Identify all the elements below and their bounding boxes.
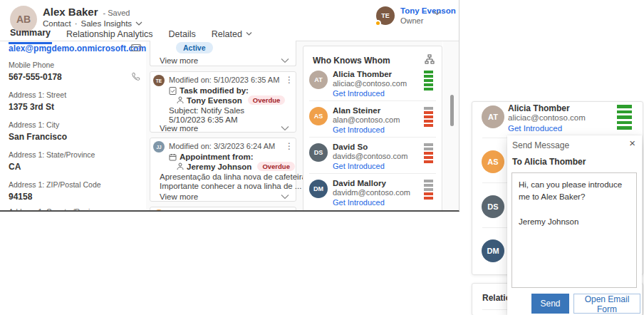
avatar: DM [482, 239, 504, 262]
chevron-down-icon [246, 31, 252, 36]
get-introduced-link[interactable]: Get Introduced [508, 124, 562, 133]
timeline-type-label: Task modified by: [180, 86, 249, 95]
close-icon[interactable]: × [629, 137, 635, 149]
more-commands-icon[interactable]: ⋮ [285, 141, 294, 151]
widget-title: Who Knows Whom [313, 56, 390, 66]
get-introduced-link[interactable]: Get Introduced [333, 125, 385, 134]
person-email: alan@contoso.com [333, 115, 400, 124]
contact-name: Alex Baker [43, 6, 98, 18]
person-name: Alan Steiner [333, 106, 380, 115]
more-commands-icon[interactable]: ⋮ [285, 75, 294, 85]
timeline-type-row: Task modified by: [169, 86, 249, 95]
contact-form-window: AB Alex Baker- Saved Contact · Sales Ins… [0, 0, 459, 212]
open-email-form-button[interactable]: Open Email Form [573, 294, 640, 314]
overdue-badge: Overdue [248, 95, 286, 105]
get-introduced-link[interactable]: Get Introduced [333, 162, 385, 170]
avatar: JJ [153, 141, 165, 153]
avatar: DS [482, 195, 504, 218]
phone-icon[interactable] [131, 72, 141, 82]
email-field-value[interactable]: alex@pmgdemo.onmicrosoft.com [9, 43, 146, 53]
timeline-card: JJ Modified on: 3/3/2023 6:24 AM ⋮ Appoi… [150, 138, 296, 202]
tab-summary[interactable]: Summary [9, 26, 52, 44]
avatar: AS [482, 150, 504, 173]
message-textarea[interactable]: Hi, can you please introduce me to Alex … [511, 172, 637, 288]
avatar: AT [309, 71, 328, 89]
timeline-subject: Subject: Notify Sales [169, 106, 244, 115]
relationship-strength-bars [424, 107, 433, 127]
timeline-date: 5/10/2023 6:35 AM [169, 115, 238, 124]
org-chart-icon[interactable] [425, 54, 435, 64]
person-name: David Mallory [333, 179, 386, 187]
timeline-card [150, 207, 296, 212]
tab-summary-label: Summary [10, 28, 51, 38]
view-more-button[interactable]: View more [160, 192, 198, 201]
person-name: David So [333, 143, 368, 151]
get-introduced-link[interactable]: Get Introduced [333, 89, 385, 98]
avatar: AS [309, 107, 328, 125]
timeline-person-name: Tony Evenson [187, 96, 242, 105]
send-email-icon[interactable] [131, 43, 141, 52]
timeline-modified-on: Modified on: 5/10/2023 6:35 AM [169, 76, 279, 84]
person-email: aliciac@contoso.com [508, 113, 586, 122]
city-value[interactable]: San Francisco [9, 132, 67, 142]
timeline-person-row: Jeremy Johnson Overdue [177, 162, 295, 171]
state-value[interactable]: CA [9, 162, 21, 172]
dialog-recipient-label: To Alicia Thomber [512, 157, 586, 167]
view-more-button[interactable]: View more [160, 124, 198, 133]
person-name: Alicia Thomber [508, 103, 570, 113]
status-badge: Active [176, 42, 213, 53]
appointment-icon [169, 153, 177, 161]
person-email: davidm@contoso.com [333, 188, 410, 197]
tab-details-label: Details [169, 29, 196, 39]
person-icon [177, 162, 184, 170]
mobile-phone-value[interactable]: 567-555-0178 [9, 72, 62, 82]
list-item: DM David Mallory davidm@contoso.com Get … [303, 178, 442, 212]
avatar: DM [309, 180, 328, 198]
avatar: TE [153, 75, 165, 86]
tab-relationship-analytics-label: Relationship Analytics [66, 29, 153, 39]
timeline-body-line: Apresentação da linha nova de cafeteira.… [160, 172, 313, 181]
avatar [153, 210, 165, 212]
person-name: Alicia Thomber [333, 70, 392, 78]
timeline-body-line: Importante conhecer a nova linha de ... [160, 182, 301, 190]
chevron-down-icon[interactable] [281, 194, 289, 200]
overdue-badge: Overdue [257, 162, 295, 171]
field-label: Address 1: ZIP/Postal Code [9, 180, 101, 189]
page-title: Alex Baker- Saved [43, 6, 130, 18]
send-button[interactable]: Send [531, 294, 569, 314]
chevron-down-icon[interactable] [135, 21, 142, 26]
list-divider [309, 137, 436, 138]
list-divider [309, 173, 436, 174]
street-value[interactable]: 1375 3rd St [9, 102, 54, 112]
view-more-button[interactable]: View more [160, 56, 198, 65]
saved-status: - Saved [103, 9, 130, 17]
relationship-strength-bars [617, 105, 632, 130]
tab-relationship-analytics[interactable]: Relationship Analytics [65, 26, 155, 44]
timeline-modified-on: Modified on: 3/3/2023 6:24 AM [169, 142, 275, 150]
chevron-down-icon[interactable] [432, 9, 442, 16]
dialog-title: Send Message [512, 140, 569, 150]
timeline-card: Active View more [150, 41, 296, 66]
relationship-strength-bars [424, 143, 433, 163]
get-introduced-link[interactable]: Get Introduced [333, 198, 385, 207]
zip-value[interactable]: 94158 [9, 192, 32, 202]
vertical-scrollbar[interactable] [450, 95, 454, 126]
timeline-card: TE Modified on: 5/10/2023 6:35 AM ⋮ Task… [150, 71, 296, 133]
chevron-down-icon[interactable] [281, 125, 289, 131]
owner-name-link[interactable]: Tony Evenson [400, 6, 456, 15]
person-email: aliciac@contoso.com [333, 79, 407, 88]
person-icon [177, 96, 184, 104]
field-label: Address 1: City [9, 120, 59, 129]
field-label: Address 1: State/Province [9, 150, 95, 159]
timeline-person-row: Tony Evenson Overdue [177, 95, 285, 105]
field-label: Mobile Phone [9, 61, 54, 69]
avatar: AT [482, 105, 504, 128]
chevron-down-icon[interactable] [281, 58, 289, 63]
task-icon [169, 86, 177, 95]
section-title: Relatio [482, 293, 511, 303]
field-label: Address 1: Country/Region [9, 207, 98, 212]
timeline-type-row: Appointment from: [169, 153, 253, 161]
presence-away-dot [375, 20, 381, 26]
relationship-strength-bars [424, 71, 433, 91]
owner-avatar: TE [376, 6, 395, 25]
